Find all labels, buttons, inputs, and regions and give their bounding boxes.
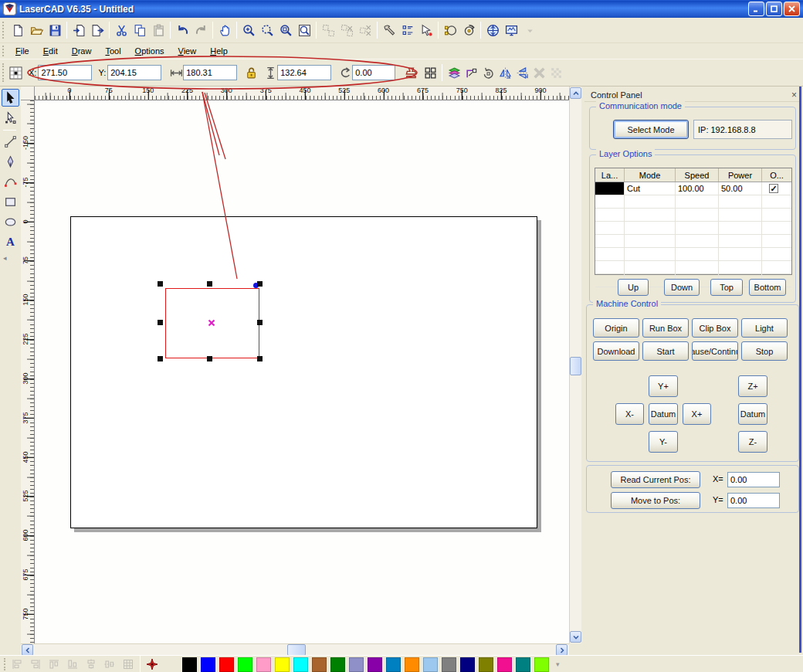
palette-color-000000[interactable] bbox=[182, 657, 197, 672]
aspect-lock-icon[interactable] bbox=[244, 66, 258, 80]
param-list-icon[interactable] bbox=[398, 21, 417, 39]
vertical-scroll-thumb[interactable] bbox=[570, 357, 581, 375]
scroll-up-button[interactable] bbox=[570, 87, 581, 99]
palette-color-00ffff[interactable] bbox=[293, 657, 308, 672]
origin-button[interactable]: Origin bbox=[593, 318, 639, 338]
scroll-left-button[interactable] bbox=[22, 644, 33, 656]
read-current-pos-button[interactable]: Read Current Pos: bbox=[611, 471, 700, 488]
layer-top-button[interactable]: Top bbox=[710, 279, 743, 296]
selection-handle[interactable] bbox=[207, 356, 212, 361]
curve-tool-icon[interactable] bbox=[441, 21, 459, 39]
palette-color-ffff00[interactable] bbox=[275, 657, 290, 672]
layer-mode[interactable]: Cut bbox=[625, 182, 676, 195]
layer-down-button[interactable]: Down bbox=[664, 279, 700, 296]
save-icon[interactable] bbox=[46, 21, 64, 39]
layer-speed[interactable]: 100.00 bbox=[676, 182, 719, 195]
download-button[interactable]: Download bbox=[593, 341, 639, 361]
zoom-page-icon[interactable] bbox=[295, 21, 313, 39]
palette-color-0000ff[interactable] bbox=[201, 657, 215, 672]
layer-row[interactable]: Cut 100.00 50.00 ✓ bbox=[595, 182, 791, 195]
select-mode-button[interactable]: Select Mode bbox=[613, 120, 689, 139]
height-input[interactable] bbox=[277, 65, 331, 80]
zoom-objects-icon[interactable] bbox=[276, 21, 295, 39]
bezier-tool[interactable] bbox=[2, 173, 19, 191]
rotation-input[interactable] bbox=[352, 65, 395, 80]
cut-icon[interactable] bbox=[112, 21, 130, 39]
palette-color-8800a8[interactable] bbox=[368, 657, 382, 672]
preview-icon[interactable] bbox=[502, 21, 520, 39]
palette-color-0080c0[interactable] bbox=[386, 657, 401, 672]
layer-table[interactable]: La... Mode Speed Power O... Cut 100.00 5… bbox=[595, 168, 792, 275]
pan-icon[interactable] bbox=[215, 21, 234, 39]
selection-handle[interactable] bbox=[257, 281, 263, 287]
node-edit-icon[interactable] bbox=[417, 21, 435, 39]
palette-color-f01090[interactable] bbox=[497, 657, 512, 672]
menu-tool[interactable]: Tool bbox=[98, 44, 127, 58]
node-edit-tool-tool[interactable] bbox=[2, 109, 19, 127]
selection-handle[interactable] bbox=[158, 320, 163, 325]
zoom-in-icon[interactable] bbox=[239, 21, 258, 39]
col-speed[interactable]: Speed bbox=[676, 168, 719, 182]
layer-color-swatch[interactable] bbox=[595, 182, 624, 195]
palette-color-ff8c00[interactable] bbox=[405, 657, 419, 672]
palette-color-000080[interactable] bbox=[460, 657, 475, 672]
import-icon[interactable] bbox=[69, 21, 88, 39]
undo-icon[interactable] bbox=[173, 21, 191, 39]
light-button[interactable]: Light bbox=[741, 318, 788, 338]
tools-overflow-icon[interactable]: ◂ bbox=[3, 254, 21, 262]
selection-handle[interactable] bbox=[257, 356, 263, 361]
new-icon[interactable] bbox=[8, 21, 27, 39]
menu-file[interactable]: File bbox=[8, 44, 36, 58]
width-input[interactable] bbox=[183, 65, 237, 80]
rotate-object-icon[interactable] bbox=[481, 66, 495, 80]
scroll-down-button[interactable] bbox=[570, 631, 581, 643]
col-power[interactable]: Power bbox=[719, 168, 762, 182]
array-copy-icon[interactable] bbox=[423, 66, 437, 80]
ellipse-tool[interactable] bbox=[2, 213, 19, 231]
select-tool[interactable] bbox=[2, 89, 19, 107]
palette-color-00ff00[interactable] bbox=[238, 657, 252, 672]
palette-color-808000[interactable] bbox=[479, 657, 493, 672]
col-mode[interactable]: Mode bbox=[625, 168, 676, 182]
palette-color-008080[interactable] bbox=[516, 657, 530, 672]
close-button[interactable] bbox=[784, 2, 800, 16]
palette-color-ff0000[interactable] bbox=[219, 657, 234, 672]
y-position-input[interactable] bbox=[107, 65, 161, 80]
palette-color-9090c8[interactable] bbox=[349, 657, 364, 672]
palette-color-ff9cc8[interactable] bbox=[256, 657, 271, 672]
copy-icon[interactable] bbox=[130, 21, 149, 39]
move-to-pos-button[interactable]: Move to Pos: bbox=[611, 492, 700, 509]
maximize-button[interactable] bbox=[766, 2, 782, 16]
pause-continue-button[interactable]: Pause/Continue bbox=[692, 341, 738, 361]
scroll-right-button[interactable] bbox=[556, 644, 568, 656]
anchor-point-icon[interactable] bbox=[8, 66, 22, 80]
palette-color-008000[interactable] bbox=[330, 657, 345, 672]
jog-y-minus-button[interactable]: Y- bbox=[649, 431, 678, 453]
control-panel-close-icon[interactable]: × bbox=[788, 89, 800, 100]
jog-z-plus-button[interactable]: Z+ bbox=[738, 375, 767, 397]
menu-view[interactable]: View bbox=[171, 44, 204, 58]
palette-color-80ff00[interactable] bbox=[534, 657, 549, 672]
palette-overflow-icon[interactable]: ▾ bbox=[556, 660, 560, 668]
rotate-tool-icon[interactable] bbox=[459, 21, 478, 39]
layer-power[interactable]: 50.00 bbox=[719, 182, 762, 195]
stamp-icon[interactable] bbox=[404, 66, 418, 80]
selection-handle[interactable] bbox=[158, 356, 163, 361]
horizontal-scroll-thumb[interactable] bbox=[287, 644, 306, 656]
menu-options[interactable]: Options bbox=[128, 44, 171, 58]
selection-handle[interactable] bbox=[207, 281, 212, 287]
menu-help[interactable]: Help bbox=[203, 44, 235, 58]
simulate-icon[interactable] bbox=[483, 21, 502, 39]
palette-color-9cc8f0[interactable] bbox=[423, 657, 438, 672]
menu-draw[interactable]: Draw bbox=[65, 44, 99, 58]
mirror-h-icon[interactable] bbox=[498, 66, 512, 80]
col-output[interactable]: O... bbox=[762, 168, 791, 182]
jog-y-plus-button[interactable]: Y+ bbox=[649, 375, 678, 397]
selection-handle[interactable] bbox=[257, 320, 263, 325]
palette-color-a8642c[interactable] bbox=[312, 657, 327, 672]
x-position-input[interactable] bbox=[38, 65, 92, 80]
menu-edit[interactable]: Edit bbox=[36, 44, 65, 58]
minimize-button[interactable] bbox=[748, 2, 764, 16]
stop-button[interactable]: Stop bbox=[741, 341, 788, 361]
mirror-v-icon[interactable] bbox=[515, 66, 529, 80]
